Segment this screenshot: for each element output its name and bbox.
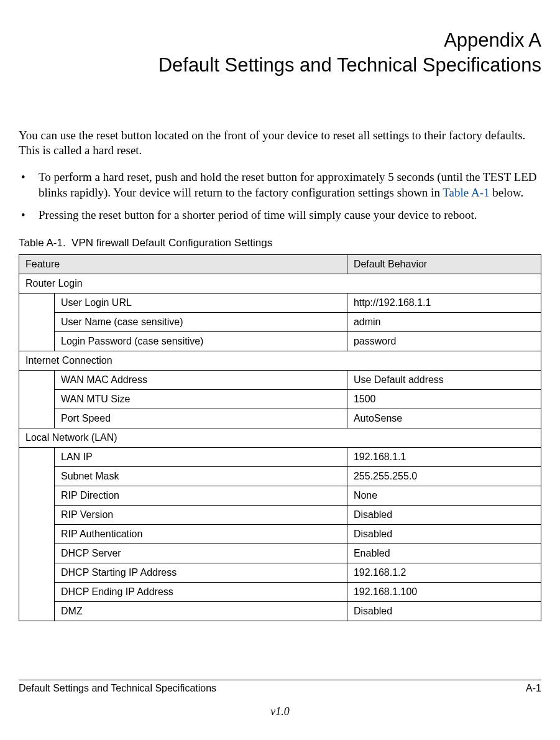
row-spacer [19, 294, 55, 313]
row-feature: Port Speed [55, 409, 347, 428]
row-spacer [19, 409, 55, 428]
row-feature: WAN MTU Size [55, 390, 347, 409]
row-feature: RIP Version [55, 506, 347, 525]
table-row: Port Speed AutoSense [19, 409, 541, 428]
row-value: password [347, 332, 541, 351]
table-row: RIP Direction None [19, 486, 541, 506]
header-feature: Feature [19, 255, 347, 274]
table-row: Subnet Mask 255.255.255.0 [19, 467, 541, 486]
table-row: User Login URL http://192.168.1.1 [19, 294, 541, 313]
table-row: DHCP Server Enabled [19, 544, 541, 563]
row-feature: Login Password (case sensitive) [55, 332, 347, 351]
row-spacer [19, 602, 55, 621]
row-feature: WAN MAC Address [55, 371, 347, 390]
row-spacer [19, 563, 55, 583]
row-value: http://192.168.1.1 [347, 294, 541, 313]
row-spacer [19, 544, 55, 563]
bullet-list: • To perform a hard reset, push and hold… [19, 170, 541, 223]
bullet-text: To perform a hard reset, push and hold t… [39, 170, 541, 200]
row-value: 192.168.1.2 [347, 563, 541, 583]
row-spacer [19, 583, 55, 602]
bullet-dot: • [19, 170, 39, 200]
appendix-line1: Appendix A [444, 29, 541, 51]
bullet-text: Pressing the reset button for a shorter … [39, 208, 477, 223]
row-value: 255.255.255.0 [347, 467, 541, 486]
row-feature: RIP Authentication [55, 525, 347, 544]
table-section-row: Internet Connection [19, 351, 541, 371]
row-feature: User Name (case sensitive) [55, 313, 347, 332]
table-row: User Name (case sensitive) admin [19, 313, 541, 332]
header-behavior: Default Behavior [347, 255, 541, 274]
row-value: AutoSense [347, 409, 541, 428]
table-row: RIP Authentication Disabled [19, 525, 541, 544]
footer-version: v1.0 [19, 705, 541, 718]
section-title: Local Network (LAN) [19, 428, 541, 448]
row-spacer [19, 486, 55, 506]
row-value: admin [347, 313, 541, 332]
footer-right: A-1 [526, 683, 541, 694]
row-value: 192.168.1.1 [347, 448, 541, 467]
section-title: Internet Connection [19, 351, 541, 371]
row-spacer [19, 525, 55, 544]
row-spacer [19, 467, 55, 486]
list-item: • To perform a hard reset, push and hold… [19, 170, 541, 200]
row-value: 192.168.1.100 [347, 583, 541, 602]
table-caption: Table A-1. VPN firewall Default Configur… [19, 237, 541, 249]
row-value: Disabled [347, 506, 541, 525]
table-row: RIP Version Disabled [19, 506, 541, 525]
list-item: • Pressing the reset button for a shorte… [19, 208, 541, 223]
page-title: Appendix A Default Settings and Technica… [19, 28, 541, 78]
row-spacer [19, 371, 55, 390]
row-spacer [19, 506, 55, 525]
section-title: Router Login [19, 274, 541, 294]
intro-paragraph: You can use the reset button located on … [19, 128, 541, 159]
row-feature: DHCP Starting IP Address [55, 563, 347, 583]
row-feature: RIP Direction [55, 486, 347, 506]
table-row: WAN MAC Address Use Default address [19, 371, 541, 390]
row-spacer [19, 332, 55, 351]
row-feature: LAN IP [55, 448, 347, 467]
row-value: Disabled [347, 525, 541, 544]
row-value: None [347, 486, 541, 506]
row-feature: User Login URL [55, 294, 347, 313]
table-row: DHCP Starting IP Address 192.168.1.2 [19, 563, 541, 583]
table-section-row: Router Login [19, 274, 541, 294]
table-row: LAN IP 192.168.1.1 [19, 448, 541, 467]
table-row: DHCP Ending IP Address 192.168.1.100 [19, 583, 541, 602]
table-header-row: Feature Default Behavior [19, 255, 541, 274]
row-value: Disabled [347, 602, 541, 621]
table-row: DMZ Disabled [19, 602, 541, 621]
settings-table: Feature Default Behavior Router Login Us… [19, 254, 541, 621]
table-reference-link[interactable]: Table A-1 [443, 186, 489, 199]
row-feature: DHCP Ending IP Address [55, 583, 347, 602]
row-spacer [19, 313, 55, 332]
row-value: 1500 [347, 390, 541, 409]
row-value: Use Default address [347, 371, 541, 390]
row-feature: DHCP Server [55, 544, 347, 563]
footer-left: Default Settings and Technical Specifica… [19, 683, 216, 694]
appendix-line2: Default Settings and Technical Specifica… [158, 54, 541, 76]
page-footer: Default Settings and Technical Specifica… [19, 680, 541, 718]
table-row: WAN MTU Size 1500 [19, 390, 541, 409]
table-row: Login Password (case sensitive) password [19, 332, 541, 351]
row-value: Enabled [347, 544, 541, 563]
row-feature: DMZ [55, 602, 347, 621]
row-spacer [19, 390, 55, 409]
table-section-row: Local Network (LAN) [19, 428, 541, 448]
row-spacer [19, 448, 55, 467]
bullet-dot: • [19, 208, 39, 223]
row-feature: Subnet Mask [55, 467, 347, 486]
